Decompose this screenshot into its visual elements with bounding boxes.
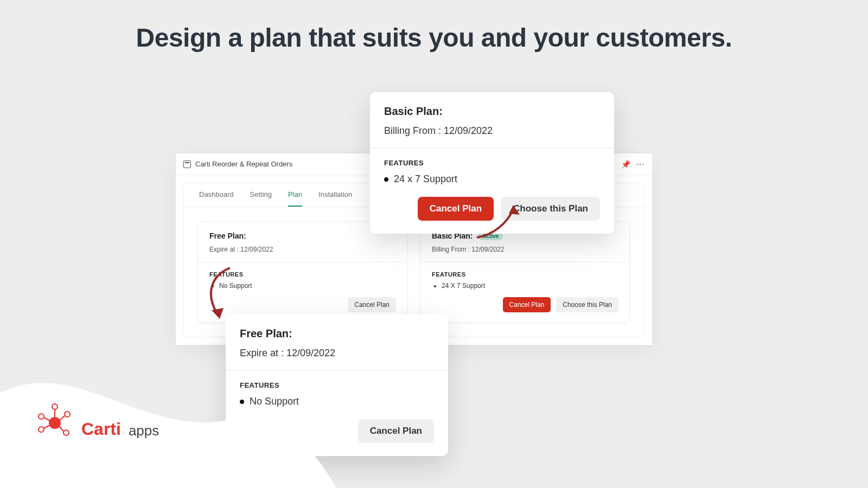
page-headline: Design a plan that suits you and your cu… [0, 0, 868, 54]
more-icon[interactable]: ⋯ [636, 159, 644, 169]
svg-line-9 [44, 418, 50, 421]
free-plan-title: Free Plan: [209, 232, 396, 240]
callout-title: Basic Plan: [384, 105, 600, 118]
svg-point-2 [49, 417, 61, 429]
pin-icon[interactable]: 📌 [621, 160, 630, 169]
feature-text: 24 x 7 Support [394, 174, 457, 185]
bullet-icon [384, 177, 388, 182]
divider [370, 147, 614, 148]
callout-title: Free Plan: [240, 328, 434, 340]
brand-name: Carti [81, 419, 121, 439]
divider [199, 262, 407, 262]
free-plan-sub: Expire at : 12/09/2022 [209, 246, 396, 253]
svg-point-6 [65, 412, 70, 417]
free-feature: No Support [219, 281, 396, 291]
cancel-plan-button[interactable]: Cancel Plan [503, 297, 551, 312]
tab-setting[interactable]: Setting [250, 190, 272, 207]
cancel-plan-button[interactable]: Cancel Plan [418, 197, 494, 221]
choose-plan-button[interactable]: Choose this Plan [556, 297, 618, 312]
brand-logo: Carti apps [36, 401, 159, 439]
features-heading: FEATURES [384, 159, 600, 167]
cancel-plan-button[interactable]: Cancel Plan [348, 297, 396, 312]
features-heading: FEATURES [432, 271, 618, 278]
callout-feature: 24 x 7 Support [384, 174, 600, 185]
callout-sub: Billing From : 12/09/2022 [384, 125, 600, 137]
svg-point-5 [39, 427, 44, 432]
choose-plan-button[interactable]: Choose this Plan [501, 197, 600, 221]
tab-dashboard[interactable]: Dashboard [199, 190, 234, 207]
divider [421, 262, 629, 262]
svg-line-11 [60, 416, 65, 420]
svg-point-4 [39, 414, 44, 419]
svg-point-3 [52, 404, 58, 409]
callout-basic: Basic Plan: Billing From : 12/09/2022 FE… [370, 92, 614, 234]
cancel-plan-button[interactable]: Cancel Plan [358, 419, 434, 443]
tab-plan[interactable]: Plan [288, 190, 302, 207]
brand-suffix: apps [129, 422, 159, 439]
plan-card-free: Free Plan: Expire at : 12/09/2022 FEATUR… [198, 221, 407, 323]
features-heading: FEATURES [209, 271, 396, 278]
basic-feature: 24 X 7 Support [442, 281, 618, 291]
svg-line-12 [59, 426, 63, 431]
window-icon [183, 160, 191, 168]
logo-mark-icon [36, 401, 74, 439]
tab-installation[interactable]: Installation [318, 190, 352, 207]
app-title: Carti Reorder & Repeat Orders [195, 160, 292, 168]
basic-plan-sub: Billing From : 12/09/2022 [432, 246, 618, 253]
svg-point-7 [63, 430, 69, 435]
plan-card-basic: Basic Plan: Active Billing From : 12/09/… [420, 221, 630, 323]
svg-line-10 [44, 425, 50, 428]
